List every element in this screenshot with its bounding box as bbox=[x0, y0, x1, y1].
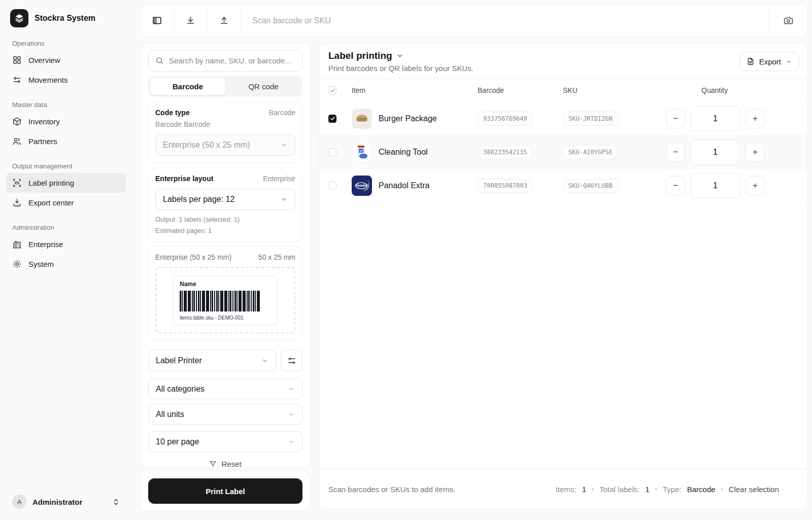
barcode-badge: 700855087003 bbox=[478, 179, 533, 193]
sidebar-item-system[interactable]: System bbox=[6, 254, 126, 274]
tab-qr-code[interactable]: QR code bbox=[226, 78, 301, 95]
tab-barcode[interactable]: Barcode bbox=[150, 78, 226, 95]
column-header-quantity: Quantity bbox=[701, 86, 798, 94]
grid-icon bbox=[12, 55, 22, 65]
export-label: Export bbox=[759, 57, 781, 66]
reset-filters-button[interactable]: Reset bbox=[148, 460, 302, 468]
printer-select[interactable]: Label Printer bbox=[148, 350, 276, 371]
quantity-decrease-button[interactable]: − bbox=[666, 176, 685, 195]
sidebar-item-label-printing[interactable]: Label printing bbox=[6, 173, 126, 193]
layout-badge: Enterprise bbox=[263, 175, 295, 183]
scan-input[interactable] bbox=[241, 5, 768, 37]
category-filter-select[interactable]: All categories bbox=[148, 378, 302, 399]
app-title: Stockra System bbox=[35, 14, 95, 23]
quantity-increase-button[interactable]: + bbox=[746, 109, 765, 128]
user-menu[interactable]: A Administrator bbox=[6, 491, 126, 513]
sidebar-toggle-button[interactable] bbox=[141, 5, 174, 37]
sidebar-item-label: Label printing bbox=[28, 179, 74, 187]
labels-per-page-select[interactable]: Labels per page: 12 bbox=[155, 189, 295, 210]
product-image-burger-package bbox=[352, 109, 372, 129]
quantity-increase-button[interactable]: + bbox=[746, 176, 765, 195]
print-label-button[interactable]: Print Label bbox=[148, 478, 302, 504]
sidebar-item-label: Enterprise bbox=[28, 240, 63, 249]
search-icon bbox=[155, 56, 164, 65]
layout-title: Enterprise layout bbox=[155, 175, 213, 183]
quantity-increase-button[interactable]: + bbox=[746, 143, 765, 162]
pages-summary: Estimated pages: 1 bbox=[155, 227, 295, 234]
plus-icon: + bbox=[753, 114, 758, 124]
sidebar-item-partners[interactable]: Partners bbox=[6, 131, 126, 151]
item-name: Cleaning Tool bbox=[379, 148, 428, 157]
gear-icon bbox=[12, 259, 22, 269]
page-size-value: 10 per page bbox=[156, 437, 199, 446]
category-filter-value: All categories bbox=[156, 385, 205, 394]
reset-label: Reset bbox=[221, 460, 241, 468]
type-value: Barcode bbox=[687, 485, 716, 494]
section-label-operations: Operations bbox=[6, 36, 126, 50]
sidebar-item-movements[interactable]: Movements bbox=[6, 70, 126, 90]
page-subtitle: Print barcodes or QR labels for your SKU… bbox=[328, 64, 473, 73]
sku-badge: SKU-Q46YLUBB bbox=[563, 179, 618, 193]
product-search-input[interactable] bbox=[169, 56, 295, 65]
sidebar-item-export-center[interactable]: Export center bbox=[6, 193, 126, 213]
section-label-output-management: Output management bbox=[6, 158, 126, 173]
sidebar-item-enterprise[interactable]: Enterprise bbox=[6, 234, 126, 254]
check-icon bbox=[330, 88, 335, 93]
template-select[interactable]: Enterprise (50 x 25 mm) bbox=[155, 134, 295, 156]
code-type-badge: Barcode bbox=[269, 109, 295, 117]
arrows-swap-icon bbox=[12, 75, 22, 85]
code-type-subtitle: Barcode Barcode bbox=[155, 120, 295, 128]
chevrons-up-down-icon bbox=[112, 498, 120, 506]
sidebar-item-overview[interactable]: Overview bbox=[6, 50, 126, 70]
sidebar-item-label: System bbox=[28, 260, 54, 268]
export-button[interactable]: Export bbox=[739, 52, 799, 71]
sidebar-item-label: Partners bbox=[28, 137, 57, 146]
download-icon bbox=[185, 15, 196, 26]
quantity-input[interactable] bbox=[690, 173, 740, 198]
barcode-bars bbox=[180, 291, 260, 311]
sku-badge: SKU-JRTDI2GN bbox=[563, 112, 618, 126]
product-search[interactable] bbox=[148, 50, 302, 72]
row-checkbox[interactable] bbox=[328, 148, 336, 156]
page-title-dropdown[interactable]: Label printing bbox=[328, 50, 473, 61]
unit-filter-select[interactable]: All units bbox=[148, 404, 302, 425]
page-size-select[interactable]: 10 per page bbox=[148, 431, 302, 452]
export-upload-button[interactable] bbox=[208, 5, 241, 37]
separator-dot: • bbox=[721, 486, 723, 493]
select-all-checkbox[interactable] bbox=[328, 86, 336, 94]
row-checkbox[interactable] bbox=[328, 115, 336, 123]
sidebar: Stockra System Operations Overview Movem… bbox=[0, 0, 132, 520]
output-summary: Output: 1 labels (selected: 1) bbox=[155, 216, 295, 223]
camera-scan-button[interactable] bbox=[768, 5, 807, 37]
quantity-input[interactable] bbox=[690, 106, 740, 131]
separator-dot: • bbox=[655, 486, 657, 493]
items-label: Items: bbox=[556, 485, 577, 494]
clear-selection-button[interactable]: Clear selection bbox=[729, 485, 779, 494]
sliders-icon bbox=[287, 356, 296, 365]
item-name: Panadol Extra bbox=[379, 181, 430, 190]
quantity-decrease-button[interactable]: − bbox=[666, 109, 685, 128]
quantity-input[interactable] bbox=[690, 140, 740, 165]
panel-left-icon bbox=[152, 15, 162, 26]
plus-icon: + bbox=[753, 147, 758, 157]
quantity-decrease-button[interactable]: − bbox=[666, 143, 685, 162]
chevron-down-icon bbox=[288, 386, 295, 393]
layers-icon bbox=[14, 13, 24, 23]
plus-icon: + bbox=[753, 181, 758, 191]
import-button[interactable] bbox=[174, 5, 208, 37]
code-type-tabs: Barcode QR code bbox=[148, 76, 302, 97]
check-icon bbox=[330, 116, 335, 121]
minus-icon: − bbox=[673, 181, 678, 191]
row-checkbox[interactable] bbox=[328, 182, 336, 190]
printer-settings-button[interactable] bbox=[281, 350, 302, 371]
preview-size: 50 x 25 mm bbox=[258, 253, 295, 261]
chevron-down-icon bbox=[396, 52, 403, 59]
sku-badge: SKU-AI0YGPSE bbox=[563, 145, 618, 159]
sidebar-item-inventory[interactable]: Inventory bbox=[6, 112, 126, 131]
minus-icon: − bbox=[673, 114, 678, 124]
sidebar-item-label: Export center bbox=[28, 198, 74, 207]
building-icon bbox=[12, 239, 22, 249]
chevron-down-icon bbox=[281, 142, 288, 149]
stockra-logo bbox=[10, 9, 28, 27]
chevron-down-icon bbox=[281, 196, 288, 203]
